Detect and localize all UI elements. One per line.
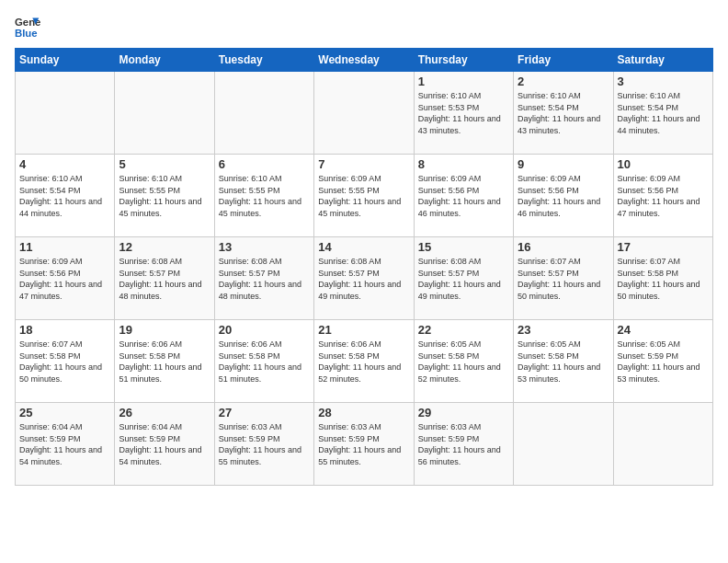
calendar-cell: 12Sunrise: 6:08 AMSunset: 5:57 PMDayligh… <box>115 237 214 320</box>
calendar-cell: 1Sunrise: 6:10 AMSunset: 5:53 PMDaylight… <box>414 72 513 155</box>
calendar-cell <box>16 72 115 155</box>
day-of-week-header: Friday <box>514 49 613 72</box>
day-sun-info: Sunrise: 6:10 AMSunset: 5:55 PMDaylight:… <box>219 173 310 219</box>
day-number: 3 <box>618 75 709 88</box>
day-number: 19 <box>119 323 210 337</box>
day-number: 21 <box>318 323 409 337</box>
day-number: 24 <box>618 323 709 337</box>
calendar-cell <box>613 403 712 486</box>
day-of-week-header: Wednesday <box>314 49 414 72</box>
day-of-week-header: Saturday <box>613 49 712 72</box>
day-number: 22 <box>418 323 509 337</box>
day-number: 7 <box>318 157 409 171</box>
calendar-cell <box>514 403 613 486</box>
calendar-cell: 9Sunrise: 6:09 AMSunset: 5:56 PMDaylight… <box>514 155 613 237</box>
calendar-cell: 19Sunrise: 6:06 AMSunset: 5:58 PMDayligh… <box>115 320 214 403</box>
day-sun-info: Sunrise: 6:07 AMSunset: 5:58 PMDaylight:… <box>618 256 709 302</box>
calendar-cell: 2Sunrise: 6:10 AMSunset: 5:54 PMDaylight… <box>514 72 613 155</box>
day-sun-info: Sunrise: 6:09 AMSunset: 5:56 PMDaylight:… <box>418 173 509 219</box>
calendar-cell: 5Sunrise: 6:10 AMSunset: 5:55 PMDaylight… <box>115 155 214 237</box>
calendar-cell: 28Sunrise: 6:03 AMSunset: 5:59 PMDayligh… <box>314 403 414 486</box>
day-sun-info: Sunrise: 6:10 AMSunset: 5:53 PMDaylight:… <box>418 90 509 136</box>
calendar-cell: 21Sunrise: 6:06 AMSunset: 5:58 PMDayligh… <box>314 320 414 403</box>
day-number: 5 <box>119 157 210 171</box>
day-sun-info: Sunrise: 6:05 AMSunset: 5:59 PMDaylight:… <box>618 339 709 385</box>
calendar-cell: 11Sunrise: 6:09 AMSunset: 5:56 PMDayligh… <box>16 237 115 320</box>
calendar-cell <box>115 72 214 155</box>
day-sun-info: Sunrise: 6:10 AMSunset: 5:54 PMDaylight:… <box>518 90 609 136</box>
day-number: 28 <box>318 406 409 419</box>
day-number: 26 <box>119 406 210 419</box>
day-sun-info: Sunrise: 6:06 AMSunset: 5:58 PMDaylight:… <box>219 339 310 385</box>
page-header: General Blue <box>15 15 713 40</box>
logo: General Blue <box>15 15 40 40</box>
day-sun-info: Sunrise: 6:10 AMSunset: 5:55 PMDaylight:… <box>119 173 210 219</box>
calendar-cell: 3Sunrise: 6:10 AMSunset: 5:54 PMDaylight… <box>613 72 712 155</box>
day-number: 13 <box>219 240 310 254</box>
day-number: 12 <box>119 240 210 254</box>
day-sun-info: Sunrise: 6:08 AMSunset: 5:57 PMDaylight:… <box>119 256 210 302</box>
day-sun-info: Sunrise: 6:05 AMSunset: 5:58 PMDaylight:… <box>418 339 509 385</box>
day-number: 25 <box>19 406 110 419</box>
day-number: 2 <box>518 75 609 88</box>
calendar-cell: 4Sunrise: 6:10 AMSunset: 5:54 PMDaylight… <box>16 155 115 237</box>
day-sun-info: Sunrise: 6:07 AMSunset: 5:57 PMDaylight:… <box>518 256 609 302</box>
day-number: 1 <box>418 75 509 88</box>
day-sun-info: Sunrise: 6:09 AMSunset: 5:56 PMDaylight:… <box>618 173 709 219</box>
day-sun-info: Sunrise: 6:09 AMSunset: 5:55 PMDaylight:… <box>318 173 409 219</box>
day-of-week-header: Thursday <box>414 49 513 72</box>
calendar-cell <box>214 72 313 155</box>
calendar-cell: 17Sunrise: 6:07 AMSunset: 5:58 PMDayligh… <box>613 237 712 320</box>
calendar-cell: 26Sunrise: 6:04 AMSunset: 5:59 PMDayligh… <box>115 403 214 486</box>
day-sun-info: Sunrise: 6:10 AMSunset: 5:54 PMDaylight:… <box>19 173 110 219</box>
calendar-cell: 7Sunrise: 6:09 AMSunset: 5:55 PMDaylight… <box>314 155 414 237</box>
day-number: 20 <box>219 323 310 337</box>
day-number: 11 <box>19 240 110 254</box>
day-sun-info: Sunrise: 6:08 AMSunset: 5:57 PMDaylight:… <box>418 256 509 302</box>
day-sun-info: Sunrise: 6:06 AMSunset: 5:58 PMDaylight:… <box>318 339 409 385</box>
day-sun-info: Sunrise: 6:08 AMSunset: 5:57 PMDaylight:… <box>318 256 409 302</box>
calendar-cell: 16Sunrise: 6:07 AMSunset: 5:57 PMDayligh… <box>514 237 613 320</box>
day-number: 16 <box>518 240 609 254</box>
day-sun-info: Sunrise: 6:03 AMSunset: 5:59 PMDaylight:… <box>318 421 409 467</box>
day-of-week-header: Sunday <box>16 49 115 72</box>
day-number: 17 <box>618 240 709 254</box>
day-sun-info: Sunrise: 6:03 AMSunset: 5:59 PMDaylight:… <box>418 421 509 467</box>
day-number: 18 <box>19 323 110 337</box>
calendar-cell: 10Sunrise: 6:09 AMSunset: 5:56 PMDayligh… <box>613 155 712 237</box>
calendar-cell: 27Sunrise: 6:03 AMSunset: 5:59 PMDayligh… <box>214 403 313 486</box>
day-number: 6 <box>219 157 310 171</box>
day-sun-info: Sunrise: 6:03 AMSunset: 5:59 PMDaylight:… <box>219 421 310 467</box>
day-number: 15 <box>418 240 509 254</box>
day-sun-info: Sunrise: 6:07 AMSunset: 5:58 PMDaylight:… <box>19 339 110 385</box>
day-number: 9 <box>518 157 609 171</box>
day-number: 27 <box>219 406 310 419</box>
day-of-week-header: Tuesday <box>214 49 313 72</box>
calendar-cell: 22Sunrise: 6:05 AMSunset: 5:58 PMDayligh… <box>414 320 513 403</box>
calendar-cell: 29Sunrise: 6:03 AMSunset: 5:59 PMDayligh… <box>414 403 513 486</box>
day-sun-info: Sunrise: 6:10 AMSunset: 5:54 PMDaylight:… <box>618 90 709 136</box>
day-number: 4 <box>19 157 110 171</box>
day-sun-info: Sunrise: 6:04 AMSunset: 5:59 PMDaylight:… <box>19 421 110 467</box>
day-number: 23 <box>518 323 609 337</box>
day-sun-info: Sunrise: 6:05 AMSunset: 5:58 PMDaylight:… <box>518 339 609 385</box>
logo-icon: General Blue <box>15 15 40 40</box>
calendar-cell: 18Sunrise: 6:07 AMSunset: 5:58 PMDayligh… <box>16 320 115 403</box>
calendar-cell: 25Sunrise: 6:04 AMSunset: 5:59 PMDayligh… <box>16 403 115 486</box>
day-number: 29 <box>418 406 509 419</box>
calendar-cell <box>314 72 414 155</box>
day-sun-info: Sunrise: 6:04 AMSunset: 5:59 PMDaylight:… <box>119 421 210 467</box>
calendar-cell: 6Sunrise: 6:10 AMSunset: 5:55 PMDaylight… <box>214 155 313 237</box>
calendar-cell: 13Sunrise: 6:08 AMSunset: 5:57 PMDayligh… <box>214 237 313 320</box>
day-of-week-header: Monday <box>115 49 214 72</box>
calendar-cell: 14Sunrise: 6:08 AMSunset: 5:57 PMDayligh… <box>314 237 414 320</box>
day-number: 10 <box>618 157 709 171</box>
calendar-cell: 24Sunrise: 6:05 AMSunset: 5:59 PMDayligh… <box>613 320 712 403</box>
svg-text:Blue: Blue <box>15 28 38 39</box>
calendar-table: SundayMondayTuesdayWednesdayThursdayFrid… <box>15 48 713 486</box>
day-sun-info: Sunrise: 6:08 AMSunset: 5:57 PMDaylight:… <box>219 256 310 302</box>
calendar-cell: 15Sunrise: 6:08 AMSunset: 5:57 PMDayligh… <box>414 237 513 320</box>
day-number: 14 <box>318 240 409 254</box>
calendar-cell: 8Sunrise: 6:09 AMSunset: 5:56 PMDaylight… <box>414 155 513 237</box>
day-sun-info: Sunrise: 6:09 AMSunset: 5:56 PMDaylight:… <box>518 173 609 219</box>
